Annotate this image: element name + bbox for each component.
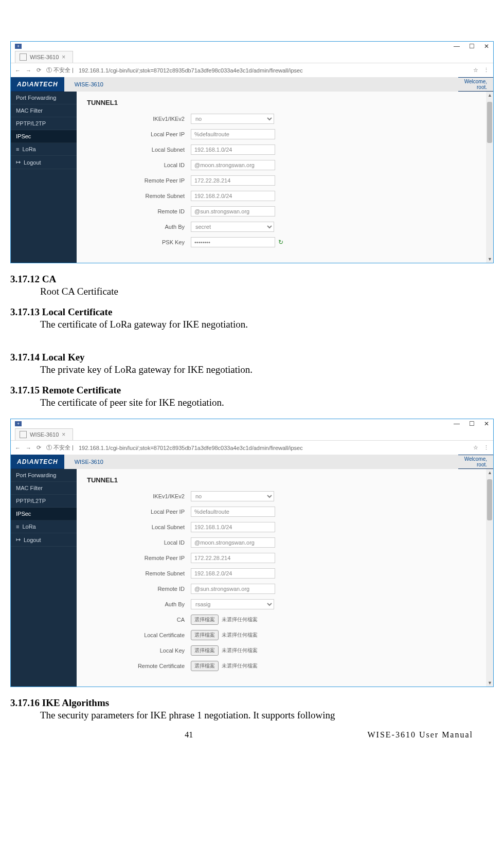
window-minimize-icon[interactable]: — xyxy=(454,43,460,50)
scroll-down-icon[interactable]: ▼ xyxy=(488,257,492,262)
label-remote-peer-ip: Remote Peer IP xyxy=(87,555,191,561)
select-ikev[interactable]: no xyxy=(191,114,274,124)
tab-favicon-icon xyxy=(20,53,27,61)
sidebar-item-mac-filter[interactable]: MAC Filter xyxy=(11,482,77,495)
main-panel: TUNNEL1 IKEv1/IKEv2 no Local Peer IP Loc… xyxy=(77,469,486,687)
browser-menu-icon[interactable]: ⋮ xyxy=(483,444,489,451)
sidebar-item-pptp-l2tp[interactable]: PPTP/L2TP xyxy=(11,117,77,130)
sidebar: Port Forwarding MAC Filter PPTP/L2TP IPS… xyxy=(11,92,77,263)
sidebar-item-lora[interactable]: ≡ LoRa xyxy=(11,520,77,533)
scroll-down-icon[interactable]: ▼ xyxy=(488,680,492,685)
body-local-certificate: The certificate of LoRa gateway for IKE … xyxy=(40,319,478,330)
welcome-text: Welcome, root. xyxy=(458,78,493,91)
scrollbar[interactable]: ▲ ▼ xyxy=(486,469,493,687)
select-ikev[interactable]: no xyxy=(191,491,274,501)
url-text[interactable]: 192.168.1.1/cgi-bin/luci/;stok=87012c893… xyxy=(79,445,468,451)
sidebar-item-port-forwarding[interactable]: Port Forwarding xyxy=(11,92,77,104)
list-icon: ≡ xyxy=(16,146,19,152)
sidebar-item-port-forwarding[interactable]: Port Forwarding xyxy=(11,469,77,482)
input-remote-subnet[interactable] xyxy=(191,191,275,201)
nav-forward-icon[interactable]: → xyxy=(26,445,31,451)
label-local-cert: Local Certificate xyxy=(87,632,191,638)
window-titlebar: + — ☐ ✕ xyxy=(11,42,493,51)
scrollbar-thumb[interactable] xyxy=(487,102,492,143)
sidebar-item-label: Logout xyxy=(24,159,41,166)
breadcrumb: WISE-3610 xyxy=(64,455,458,469)
browser-menu-icon[interactable]: ⋮ xyxy=(483,67,489,74)
sidebar-item-ipsec[interactable]: IPSec xyxy=(11,130,77,143)
nav-back-icon[interactable]: ← xyxy=(15,445,21,451)
newtab-badge: + xyxy=(15,44,22,49)
tab-title: WISE-3610 xyxy=(30,54,59,60)
app-header: AD\ANTECH WISE-3610 Welcome, root. xyxy=(11,455,493,469)
label-local-id: Local ID xyxy=(87,539,191,546)
manual-title: WISE-3610 User Manual xyxy=(367,730,473,739)
page-footer: 41 WISE-3610 User Manual xyxy=(10,730,494,739)
nav-forward-icon[interactable]: → xyxy=(26,67,31,74)
file-button-local-key[interactable]: 選擇檔案 xyxy=(191,645,219,656)
nav-back-icon[interactable]: ← xyxy=(15,67,21,74)
window-close-icon[interactable]: ✕ xyxy=(484,43,489,50)
input-remote-peer-ip[interactable] xyxy=(191,175,275,186)
sidebar-item-pptp-l2tp[interactable]: PPTP/L2TP xyxy=(11,495,77,508)
input-remote-id[interactable] xyxy=(191,584,275,594)
nav-reload-icon[interactable]: ⟳ xyxy=(37,444,41,451)
browser-tabbar: WISE-3610 × xyxy=(11,428,493,441)
sidebar-item-logout[interactable]: ↦ Logout xyxy=(11,156,77,169)
panel-title: TUNNEL1 xyxy=(87,99,476,106)
window-close-icon[interactable]: ✕ xyxy=(484,420,489,427)
select-auth-by[interactable]: secret xyxy=(191,222,274,232)
input-psk-key[interactable] xyxy=(191,237,275,247)
bookmark-star-icon[interactable]: ☆ xyxy=(473,444,478,451)
label-remote-subnet: Remote Subnet xyxy=(87,570,191,576)
browser-tab[interactable]: WISE-3610 × xyxy=(15,51,73,63)
file-button-remote-cert[interactable]: 選擇檔案 xyxy=(191,661,219,671)
window-titlebar: + — ☐ ✕ xyxy=(11,419,493,428)
file-hint-local-cert: 未選擇任何檔案 xyxy=(222,632,258,639)
nav-reload-icon[interactable]: ⟳ xyxy=(37,67,41,74)
newtab-badge: + xyxy=(15,421,22,426)
scrollbar-thumb[interactable] xyxy=(487,479,492,520)
input-local-subnet[interactable] xyxy=(191,145,275,155)
advantech-logo: AD\ANTECH xyxy=(11,455,64,468)
sidebar-item-ipsec[interactable]: IPSec xyxy=(11,508,77,520)
scroll-up-icon[interactable]: ▲ xyxy=(488,93,492,98)
bookmark-star-icon[interactable]: ☆ xyxy=(473,67,478,74)
input-local-id[interactable] xyxy=(191,537,275,548)
window-minimize-icon[interactable]: — xyxy=(454,420,460,427)
logout-icon: ↦ xyxy=(16,536,21,543)
sidebar-item-mac-filter[interactable]: MAC Filter xyxy=(11,104,77,117)
tab-close-icon[interactable]: × xyxy=(62,53,65,61)
input-local-id[interactable] xyxy=(191,160,275,170)
file-button-ca[interactable]: 選擇檔案 xyxy=(191,615,219,625)
scroll-up-icon[interactable]: ▲ xyxy=(488,470,492,475)
input-local-peer-ip[interactable] xyxy=(191,129,275,139)
browser-tab[interactable]: WISE-3610 × xyxy=(15,428,73,440)
sidebar-item-lora[interactable]: ≡ LoRa xyxy=(11,143,77,156)
label-local-id: Local ID xyxy=(87,162,191,168)
body-local-key: The private key of LoRa gateway for IKE … xyxy=(40,364,478,375)
input-remote-id[interactable] xyxy=(191,206,275,216)
heading-local-key: 3.17.14 Local Key xyxy=(10,352,478,363)
window-restore-icon[interactable]: ☐ xyxy=(469,420,475,427)
tab-close-icon[interactable]: × xyxy=(62,431,65,438)
select-auth-by[interactable]: rsasig xyxy=(191,599,274,609)
label-local-key: Local Key xyxy=(87,647,191,654)
sidebar-item-label: Logout xyxy=(24,537,41,543)
scrollbar[interactable]: ▲ ▼ xyxy=(486,92,493,263)
window-restore-icon[interactable]: ☐ xyxy=(469,43,475,50)
input-remote-peer-ip[interactable] xyxy=(191,553,275,563)
url-text[interactable]: 192.168.1.1/cgi-bin/luci/;stok=87012c893… xyxy=(79,67,468,74)
file-button-local-cert[interactable]: 選擇檔案 xyxy=(191,630,219,640)
tab-favicon-icon xyxy=(20,431,27,438)
label-ikev: IKEv1/IKEv2 xyxy=(87,116,191,122)
input-local-peer-ip[interactable] xyxy=(191,507,275,517)
screenshot-2: + — ☐ ✕ WISE-3610 × ← → ⟳ ① 不安全 | 192.16… xyxy=(10,419,494,687)
input-remote-subnet[interactable] xyxy=(191,568,275,579)
input-local-subnet[interactable] xyxy=(191,522,275,532)
logout-icon: ↦ xyxy=(16,159,21,166)
reload-icon[interactable]: ↻ xyxy=(278,239,283,246)
heading-remote-certificate: 3.17.15 Remote Certificate xyxy=(10,385,478,396)
addr-security-prefix: ① 不安全 | xyxy=(46,66,74,74)
sidebar-item-logout[interactable]: ↦ Logout xyxy=(11,533,77,547)
